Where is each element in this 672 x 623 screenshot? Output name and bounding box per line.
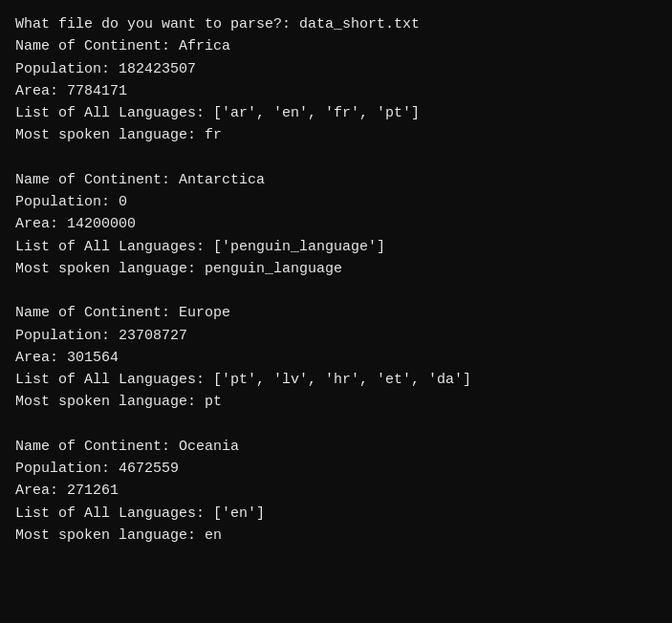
africa-languages: List of All Languages: ['ar', 'en', 'fr'… [15, 102, 657, 124]
europe-continent-name: Name of Continent: Europe [15, 302, 657, 324]
blank-line-3 [15, 414, 657, 436]
antarctica-languages: List of All Languages: ['penguin_languag… [15, 236, 657, 258]
blank-line-1 [15, 147, 657, 169]
africa-population: Population: 182423507 [15, 58, 657, 80]
europe-most-spoken: Most spoken language: pt [15, 391, 657, 413]
oceania-languages: List of All Languages: ['en'] [15, 503, 657, 525]
oceania-continent-name: Name of Continent: Oceania [15, 436, 657, 458]
oceania-most-spoken: Most spoken language: en [15, 525, 657, 547]
europe-languages: List of All Languages: ['pt', 'lv', 'hr'… [15, 369, 657, 391]
africa-most-spoken: Most spoken language: fr [15, 124, 657, 146]
europe-population: Population: 23708727 [15, 325, 657, 347]
africa-area: Area: 7784171 [15, 80, 657, 102]
antarctica-continent-name: Name of Continent: Antarctica [15, 169, 657, 191]
antarctica-most-spoken: Most spoken language: penguin_language [15, 258, 657, 280]
antarctica-population: Population: 0 [15, 191, 657, 213]
oceania-area: Area: 271261 [15, 480, 657, 502]
terminal-output: What file do you want to parse?: data_sh… [0, 0, 672, 623]
prompt-line: What file do you want to parse?: data_sh… [15, 13, 657, 35]
europe-area: Area: 301564 [15, 347, 657, 369]
antarctica-area: Area: 14200000 [15, 213, 657, 235]
blank-line-2 [15, 280, 657, 302]
oceania-population: Population: 4672559 [15, 458, 657, 480]
africa-continent-name: Name of Continent: Africa [15, 35, 657, 57]
